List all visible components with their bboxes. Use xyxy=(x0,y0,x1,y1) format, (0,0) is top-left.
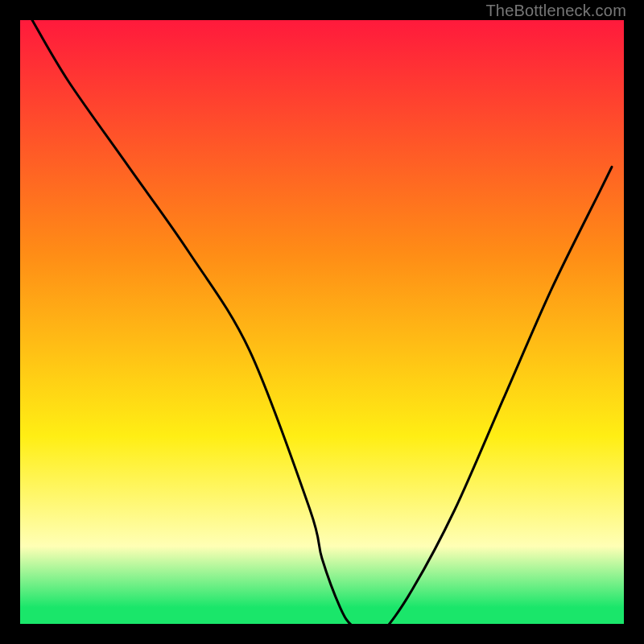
bottleneck-chart xyxy=(0,0,644,644)
plot-background xyxy=(20,20,624,632)
chart-frame: TheBottleneck.com xyxy=(0,0,644,644)
watermark-text: TheBottleneck.com xyxy=(485,2,626,20)
